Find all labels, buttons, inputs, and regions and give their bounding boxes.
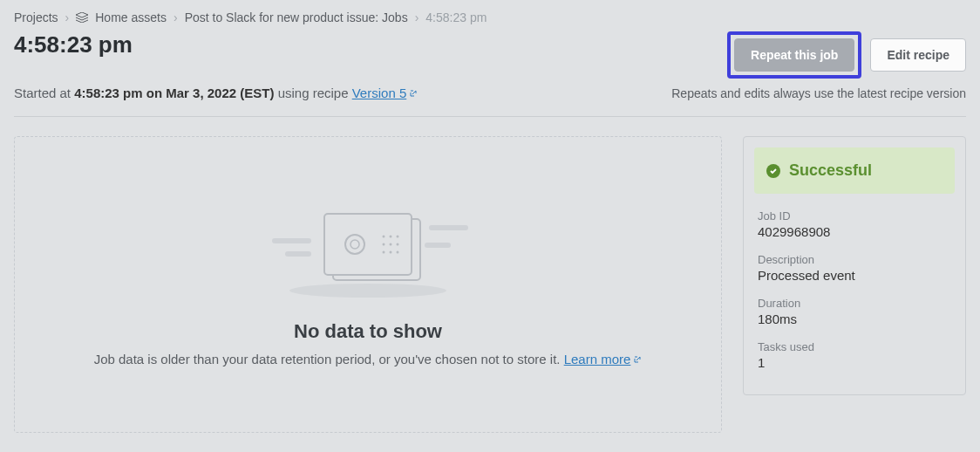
external-link-icon xyxy=(633,352,642,360)
started-at-prefix: Started at xyxy=(14,86,74,100)
subheader: Started at 4:58:23 pm on Mar 3, 2022 (ES… xyxy=(0,79,980,100)
started-at-time: 4:58:23 pm on Mar 3, 2022 (EST) xyxy=(74,86,274,100)
empty-state-description: Job data is older than your data retenti… xyxy=(94,352,643,366)
svg-point-5 xyxy=(383,235,385,237)
learn-more-link[interactable]: Learn more xyxy=(564,352,643,366)
svg-point-10 xyxy=(397,243,399,245)
breadcrumb: Projects › Home assets › Post to Slack f… xyxy=(0,0,980,24)
external-link-icon xyxy=(409,86,418,94)
svg-point-0 xyxy=(289,284,446,298)
recipe-version-link[interactable]: Version 5 xyxy=(352,86,419,100)
check-circle-icon xyxy=(766,164,780,178)
svg-rect-17 xyxy=(425,243,451,248)
tasks-used-value: 1 xyxy=(758,355,951,370)
description-value: Processed event xyxy=(758,268,951,283)
svg-point-8 xyxy=(383,243,385,245)
svg-point-13 xyxy=(397,250,399,253)
job-details-panel: Successful Job ID 4029968908 Description… xyxy=(743,136,966,395)
empty-state-panel: No data to show Job data is older than y… xyxy=(14,136,722,433)
empty-state-title: No data to show xyxy=(294,320,442,343)
breadcrumb-home-assets[interactable]: Home assets xyxy=(95,10,167,24)
vault-illustration-icon xyxy=(255,203,481,303)
content-area: No data to show Job data is older than y… xyxy=(0,117,980,447)
description-field: Description Processed event xyxy=(754,253,955,283)
description-label: Description xyxy=(758,253,951,266)
breadcrumb-projects[interactable]: Projects xyxy=(14,10,58,24)
breadcrumb-current: 4:58:23 pm xyxy=(425,10,487,24)
chevron-right-icon: › xyxy=(65,10,70,24)
svg-point-6 xyxy=(390,235,392,237)
svg-rect-16 xyxy=(429,225,468,230)
job-id-label: Job ID xyxy=(758,209,951,223)
page-header: 4:58:23 pm Repeat this job Edit recipe xyxy=(0,24,980,79)
status-label: Successful xyxy=(789,161,872,180)
status-banner: Successful xyxy=(754,147,955,194)
breadcrumb-recipe[interactable]: Post to Slack for new product issue: Job… xyxy=(185,10,408,24)
repeat-note-text: Repeats and edits always use the latest … xyxy=(671,86,966,100)
using-recipe-text: using recipe xyxy=(274,86,351,100)
svg-point-7 xyxy=(397,235,399,237)
repeat-job-button[interactable]: Repeat this job xyxy=(734,38,854,72)
duration-label: Duration xyxy=(758,297,951,310)
svg-rect-14 xyxy=(272,238,311,243)
job-id-value: 4029968908 xyxy=(758,224,951,239)
edit-recipe-button[interactable]: Edit recipe xyxy=(870,38,966,72)
svg-point-9 xyxy=(390,243,392,245)
job-id-field: Job ID 4029968908 xyxy=(754,209,955,239)
duration-field: Duration 180ms xyxy=(754,297,955,326)
svg-point-12 xyxy=(390,250,392,253)
chevron-right-icon: › xyxy=(174,10,178,24)
tasks-used-label: Tasks used xyxy=(758,340,951,353)
layers-icon xyxy=(76,12,88,23)
page-title: 4:58:23 pm xyxy=(14,31,133,58)
svg-rect-15 xyxy=(285,251,311,257)
tasks-used-field: Tasks used 1 xyxy=(754,340,955,370)
duration-value: 180ms xyxy=(758,312,951,326)
repeat-button-highlight: Repeat this job xyxy=(727,31,861,79)
svg-point-11 xyxy=(383,250,385,253)
chevron-right-icon: › xyxy=(415,10,419,24)
